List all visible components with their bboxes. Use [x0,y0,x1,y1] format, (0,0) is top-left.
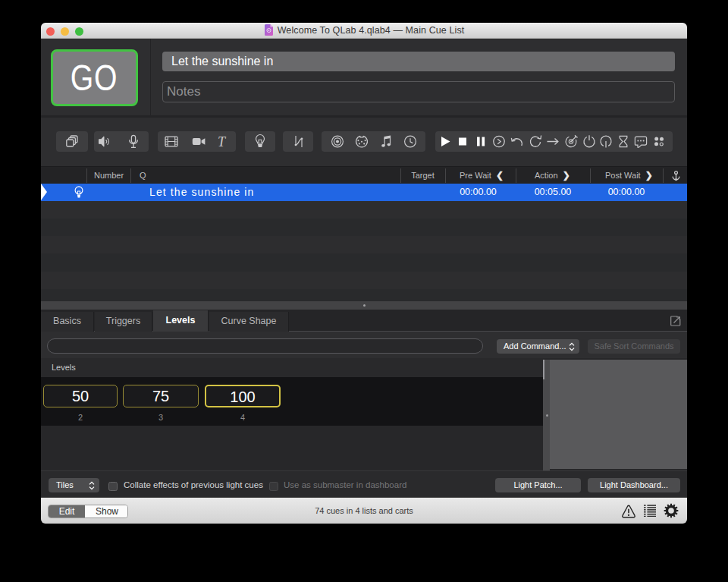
svg-text:T: T [218,134,227,149]
